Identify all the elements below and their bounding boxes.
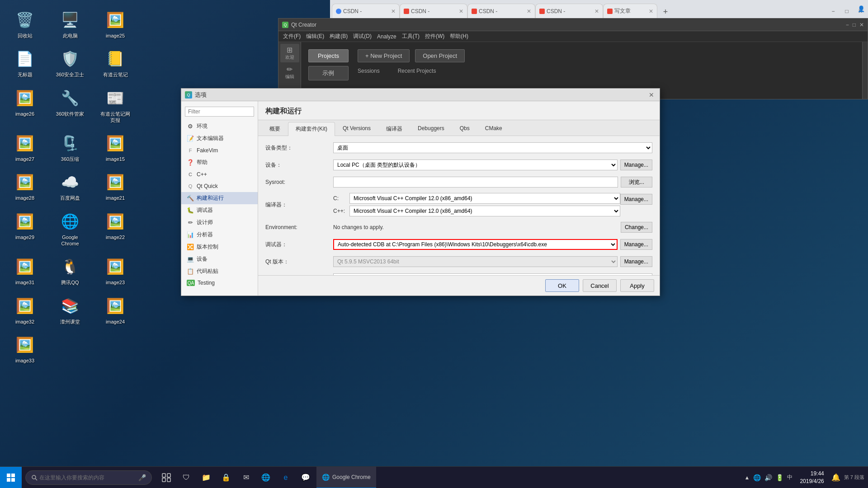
menu-help[interactable]: 帮助(H)	[447, 32, 471, 41]
desktop-icon-360security[interactable]: 🛡️ 360安全卫士	[54, 48, 86, 78]
desktop-icon-recycle[interactable]: 🗑️ 回收站	[9, 9, 41, 39]
menu-edit[interactable]: 编辑(E)	[303, 32, 327, 41]
menu-widgets[interactable]: 控件(W)	[422, 32, 447, 41]
sidebar-item-build-run[interactable]: 🔨 构建和运行	[181, 192, 258, 204]
qt-mkspec-input[interactable]	[333, 273, 652, 275]
sidebar-item-testing[interactable]: QA Testing	[181, 277, 258, 288]
options-filter-input[interactable]	[185, 107, 254, 117]
qt-version-manage-btn[interactable]: Manage...	[620, 256, 652, 267]
chrome-user-icon[interactable]: 👤	[854, 0, 868, 17]
tab-summary[interactable]: 概要	[262, 122, 288, 136]
desktop-icon-blank[interactable]: 📄 无标题	[9, 48, 41, 78]
chrome-tab-3[interactable]: CSDN - ✕	[467, 4, 535, 18]
desktop-icon-image31[interactable]: 🖼️ image31	[9, 256, 41, 286]
qt-open-project-btn[interactable]: Open Project	[415, 49, 465, 62]
desktop-icon-zip360[interactable]: 🗜️ 360压缩	[54, 132, 86, 162]
taskbar-wechat-btn[interactable]: 💬	[297, 467, 315, 488]
tab3-close-icon[interactable]: ✕	[527, 8, 531, 14]
compiler-manage-btn[interactable]: Manage...	[620, 194, 652, 205]
desktop-icon-image29[interactable]: 🖼️ image29	[9, 211, 41, 247]
menu-file[interactable]: 文件(F)	[280, 32, 303, 41]
sidebar-item-analyzer[interactable]: 📊 分析器	[181, 229, 258, 241]
apply-button[interactable]: Apply	[620, 279, 654, 292]
desktop-icon-computer[interactable]: 🖥️ 此电脑	[54, 9, 86, 39]
desktop-icon-image22[interactable]: 🖼️ image22	[99, 211, 131, 247]
compiler-cpp-select[interactable]: Microsoft Visual C++ Compiler 12.0 (x86_…	[349, 206, 620, 216]
tab-debuggers[interactable]: Debuggers	[410, 122, 452, 136]
desktop-icon-image33[interactable]: 🖼️ image33	[9, 334, 41, 364]
device-select[interactable]: Local PC（桌面 类型的默认设备）	[333, 160, 618, 170]
sidebar-item-devices[interactable]: 💻 设备	[181, 253, 258, 265]
menu-analyze[interactable]: Analyze	[374, 33, 399, 41]
sidebar-item-qtquick[interactable]: Q Qt Quick	[181, 180, 258, 192]
desktop-icon-360manager[interactable]: 🔧 360软件管家	[54, 87, 86, 124]
sidebar-item-cpp[interactable]: C C++	[181, 169, 258, 180]
qt-edit-btn[interactable]: ✏ 编辑	[280, 63, 299, 82]
taskbar-lock-btn[interactable]: 🔒	[217, 467, 235, 488]
cancel-button[interactable]: Cancel	[583, 279, 617, 292]
qt-examples-tab[interactable]: 示例	[308, 66, 349, 80]
sidebar-item-debugger[interactable]: 🐛 调试器	[181, 204, 258, 216]
tab-qt-versions[interactable]: Qt Versions	[335, 122, 378, 136]
qt-maximize-btn[interactable]: □	[853, 22, 856, 28]
tab-qbs[interactable]: Qbs	[452, 122, 477, 136]
menu-debug[interactable]: 调试(D)	[350, 32, 374, 41]
chrome-tab-2[interactable]: CSDN - ✕	[400, 4, 467, 18]
chrome-maximize-btn[interactable]: □	[841, 6, 853, 16]
tray-notification-btn[interactable]: 🔔	[831, 473, 840, 482]
desktop-icon-chrome[interactable]: 🌐 Google Chrome	[54, 211, 86, 247]
sidebar-item-vcs[interactable]: 🔀 版本控制	[181, 241, 258, 253]
sidebar-item-environment[interactable]: ⚙ 环境	[181, 120, 258, 132]
desktop-icon-image32[interactable]: 🖼️ image32	[9, 295, 41, 325]
qt-scrollbar[interactable]	[862, 42, 868, 99]
desktop-icon-image23[interactable]: 🖼️ image23	[99, 256, 131, 286]
tab2-close-icon[interactable]: ✕	[459, 8, 463, 14]
sidebar-item-codepaste[interactable]: 📋 代码粘贴	[181, 265, 258, 277]
qt-welcome-btn[interactable]: ⊞ 欢迎	[280, 44, 299, 62]
desktop-icon-image21[interactable]: 🖼️ image21	[99, 171, 131, 201]
desktop-icon-zhou[interactable]: 📚 澶州课堂	[54, 295, 86, 325]
ok-button[interactable]: OK	[545, 279, 579, 292]
taskbar-edge-btn[interactable]: e	[277, 467, 295, 488]
desktop-icon-image28[interactable]: 🖼️ image28	[9, 171, 41, 201]
debugger-manage-btn[interactable]: Manage...	[620, 239, 652, 250]
debugger-select[interactable]: Auto-detected CDB at C:\Program Files (x…	[333, 239, 618, 250]
chrome-tab-1[interactable]: CSDN - ✕	[332, 4, 400, 18]
tab-compilers[interactable]: 编译器	[378, 122, 410, 136]
qt-minimize-btn[interactable]: −	[846, 22, 849, 28]
qt-projects-tab[interactable]: Projects	[308, 49, 349, 62]
dialog-close-btn[interactable]: ✕	[647, 90, 656, 99]
taskbar-search-input[interactable]	[39, 474, 130, 481]
taskbar-files-btn[interactable]: 📁	[197, 467, 215, 488]
desktop-icon-qq[interactable]: 🐧 腾讯QQ	[54, 256, 86, 286]
tab-kit[interactable]: 构建套件(Kit)	[288, 122, 335, 136]
chrome-tab-4[interactable]: CSDN - ✕	[535, 4, 603, 18]
chrome-new-tab-button[interactable]: +	[659, 5, 672, 18]
taskbar-search-box[interactable]: 🎤	[25, 470, 152, 485]
desktop-icon-image26[interactable]: 🖼️ image26	[9, 87, 41, 124]
sidebar-item-texteditor[interactable]: 📝 文本编辑器	[181, 132, 258, 145]
tab4-close-icon[interactable]: ✕	[594, 8, 599, 14]
qt-new-project-btn[interactable]: + New Project	[358, 49, 410, 62]
qt-version-select[interactable]: Qt 5.9.5 MSVC2013 64bit	[333, 256, 618, 267]
tray-up-arrow[interactable]: ▲	[744, 474, 750, 481]
sidebar-item-designer[interactable]: ✏ 设计师	[181, 216, 258, 229]
taskbar-view-btn[interactable]	[157, 467, 175, 488]
desktop-icon-image25[interactable]: 🖼️ image25	[99, 9, 131, 39]
desktop-icon-youdaoweb[interactable]: 📰 有道云笔记网页报	[99, 87, 131, 124]
device-manage-btn[interactable]: Manage...	[620, 160, 652, 170]
taskbar-clock[interactable]: 19:44 2019/4/26	[796, 470, 827, 485]
desktop-icon-image27[interactable]: 🖼️ image27	[9, 132, 41, 162]
sysroot-input[interactable]	[333, 177, 618, 188]
tab-cmake[interactable]: CMake	[477, 122, 510, 136]
device-type-select[interactable]: 桌面	[333, 142, 652, 153]
menu-tools[interactable]: 工具(T)	[399, 32, 422, 41]
taskbar-start-btn[interactable]	[0, 467, 22, 488]
tab5-close-icon[interactable]: ✕	[649, 8, 653, 14]
compiler-c-select[interactable]: Microsoft Visual C++ Compiler 12.0 (x86_…	[349, 193, 620, 204]
taskbar-mail-btn[interactable]: ✉	[237, 467, 255, 488]
sidebar-item-help[interactable]: ❓ 帮助	[181, 156, 258, 169]
desktop-icon-youdao[interactable]: 📒 有道云笔记	[99, 48, 131, 78]
sysroot-browse-btn[interactable]: 浏览...	[621, 177, 652, 188]
desktop-icon-image24[interactable]: 🖼️ image24	[99, 295, 131, 325]
